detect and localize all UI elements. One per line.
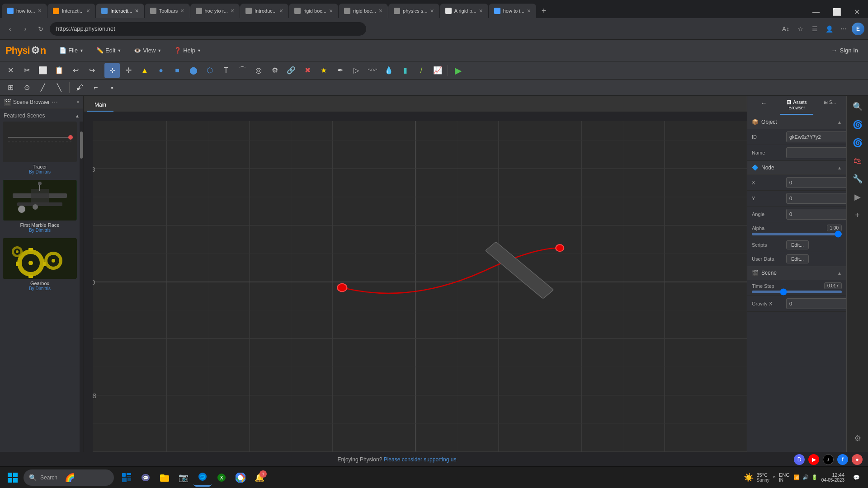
taskbar-search[interactable]: 🔍 Search 🌈 [24, 469, 114, 486]
edge-plus-sidebar-btn[interactable]: + [849, 207, 866, 223]
system-tray-expand[interactable]: ^ [773, 475, 775, 480]
tab-howto1[interactable]: how to... × [2, 4, 47, 18]
cut-button[interactable]: ✂ [19, 63, 34, 78]
tab-close-btn[interactable]: × [38, 7, 42, 14]
edit-menu[interactable]: ✏️ Edit ▼ [92, 45, 126, 56]
scene-author-tracer[interactable]: By Dimitris [3, 169, 77, 174]
file-menu[interactable]: 📄 File ▼ [55, 45, 88, 56]
object-section-header[interactable]: 📦 Object ▲ [747, 115, 846, 129]
gear-tool-button[interactable]: ⚙ [267, 63, 283, 78]
taskbar-xbox-button[interactable]: X [212, 469, 231, 487]
tab-interacti1[interactable]: Interacti... × [47, 4, 95, 18]
redo-button[interactable]: ↪ [84, 63, 99, 78]
youtube-icon[interactable]: ▶ [808, 454, 819, 465]
close-tool-button[interactable]: ✕ [3, 63, 18, 78]
scene-author-marble[interactable]: By Dimitris [3, 228, 77, 233]
facebook-icon[interactable]: f [837, 454, 848, 465]
x-tool-button[interactable]: ✖ [300, 63, 315, 78]
featured-chevron-icon[interactable]: ▲ [75, 113, 80, 118]
tab-hoe[interactable]: hoe yto r... × [190, 4, 240, 18]
system-clock[interactable]: 12:44 04-05-2023 [821, 472, 844, 483]
edge-settings-sidebar-btn[interactable]: ⚙ [849, 430, 866, 446]
edge-play-sidebar-btn[interactable]: ▶ [849, 189, 866, 205]
main-canvas-tab[interactable]: Main [87, 99, 113, 112]
circle-tool-button[interactable]: ● [153, 63, 169, 78]
edge-shopping-sidebar-btn[interactable]: 🛍 [849, 153, 866, 169]
tab-close-btn[interactable]: × [479, 7, 483, 14]
circle-dot-button[interactable]: ⊙ [19, 80, 34, 95]
right-tab-s[interactable]: ⊞ S... [813, 96, 846, 115]
scene-item-gearbox[interactable]: Gearbox By Dimitris [3, 238, 77, 291]
language-indicator[interactable]: ENG IN [779, 472, 790, 483]
help-menu[interactable]: ❓ Help ▼ [170, 45, 206, 56]
scene-browser-close-button[interactable]: × [76, 99, 80, 105]
tab-close-btn[interactable]: × [135, 7, 139, 14]
scene-list-scrollbar[interactable] [80, 122, 83, 452]
drop-tool-button[interactable]: 💧 [381, 63, 396, 78]
canvas-viewport[interactable]: -16 -8 0 8 16 8 0 -8 [84, 112, 747, 452]
diag-line2-button[interactable]: ╲ [52, 80, 67, 95]
alpha-slider[interactable] [752, 233, 842, 235]
polygon-tool-button[interactable]: ⬡ [202, 63, 217, 78]
tab-close-btn[interactable]: × [527, 7, 531, 14]
edge-profile-button[interactable]: E [852, 23, 864, 35]
tab-rigid1[interactable]: rigid boc... × [289, 4, 338, 18]
tab-close-btn[interactable]: × [279, 7, 283, 14]
brush-button[interactable]: 🖌 [72, 80, 87, 95]
back-button[interactable]: ‹ [4, 23, 16, 35]
grid-toggle-button[interactable]: ⊞ [3, 80, 18, 95]
triangle-tool-button[interactable]: ▲ [137, 63, 152, 78]
gravity-x-input[interactable] [786, 298, 846, 309]
star-tool-button[interactable]: ★ [316, 63, 331, 78]
tab-close-btn[interactable]: × [329, 7, 333, 14]
scene-author-gearbox[interactable]: By Dimitris [3, 286, 77, 291]
translate-icon[interactable]: A↕ [779, 23, 792, 35]
bezier-tool-button[interactable]: ⌒ [235, 63, 250, 78]
scene-item-marble[interactable]: First Marble Race By Dimitris [3, 180, 77, 233]
play-button[interactable]: ▶ [450, 63, 466, 78]
scene-item-tracer[interactable]: Tracer By Dimitris [3, 122, 77, 174]
taskbar-widget-button[interactable] [118, 469, 136, 487]
more-button[interactable]: ⋯ [837, 23, 850, 35]
network-volume-battery[interactable]: 📶 🔊 🔋 [793, 474, 818, 480]
id-input[interactable] [786, 131, 846, 142]
rect-tool-button[interactable]: ■ [170, 63, 185, 78]
favorites-icon[interactable]: ☆ [794, 23, 807, 35]
reload-button[interactable]: ↻ [34, 23, 47, 35]
other-social-icon[interactable]: ● [852, 454, 863, 465]
scene-browser-more-button[interactable]: ⋯ [52, 99, 58, 106]
support-link[interactable]: Please consider supporting us [384, 456, 457, 463]
edge-search-sidebar-btn[interactable]: 🔍 [849, 99, 866, 115]
restore-button[interactable]: ⬜ [830, 8, 844, 16]
taskbar-camera-button[interactable]: 📷 [175, 469, 193, 487]
tab-rigid2[interactable]: rigid boc... × [339, 4, 388, 18]
arrow-tool-button[interactable]: ▷ [349, 63, 364, 78]
highlight-tool-button[interactable]: / [414, 63, 429, 78]
tiktok-icon[interactable]: ♪ [823, 454, 834, 465]
y-input[interactable] [786, 193, 846, 204]
x-input[interactable] [786, 177, 846, 188]
corner-button[interactable]: ⌐ [88, 80, 104, 95]
taskbar-fileexplorer-button[interactable] [156, 469, 174, 487]
close-window-button[interactable]: ✕ [851, 8, 863, 16]
undo-button[interactable]: ↩ [68, 63, 83, 78]
user-data-edit-button[interactable]: Edit... [786, 254, 809, 263]
account-icon[interactable]: 👤 [823, 23, 835, 35]
edge-tools-sidebar-btn[interactable]: 🔧 [849, 171, 866, 187]
text-tool-button[interactable]: T [218, 63, 234, 78]
right-tab-assets[interactable]: 🖼 Assets Browser [780, 96, 813, 115]
copy-button[interactable]: ⬜ [35, 63, 51, 78]
forward-button[interactable]: › [19, 23, 32, 35]
scripts-edit-button[interactable]: Edit... [786, 240, 809, 249]
taskbar-notification-button[interactable]: 🔔 1 [250, 469, 269, 487]
right-tab-prev[interactable]: ← [747, 96, 780, 115]
scene-section-header[interactable]: 🎬 Scene ▲ [747, 266, 846, 280]
small-square-button[interactable]: ▪ [104, 80, 120, 95]
address-input[interactable] [50, 22, 366, 36]
discord-icon[interactable]: D [794, 454, 805, 465]
node-section-header[interactable]: 🔷 Node ▲ [747, 161, 846, 175]
edge-favorites-sidebar-btn[interactable]: 🌀 [849, 117, 866, 133]
minimize-button[interactable]: — [810, 8, 822, 16]
notification-center-button[interactable]: 💬 [848, 469, 864, 486]
time-step-slider[interactable] [752, 291, 842, 293]
